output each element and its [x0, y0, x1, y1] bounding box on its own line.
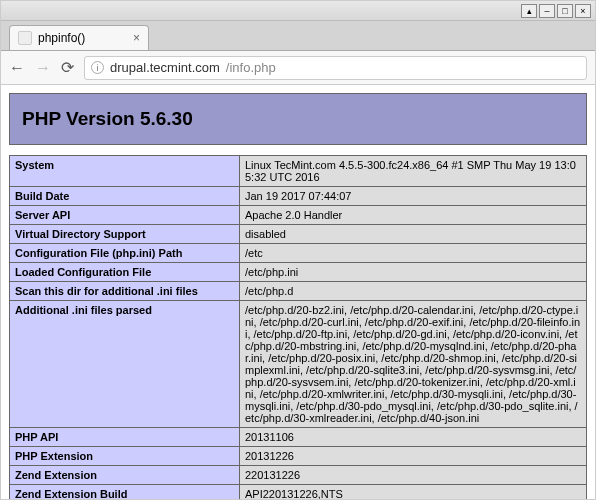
close-icon[interactable]: ×	[133, 31, 140, 45]
table-row: Zend Extension BuildAPI220131226,NTS	[10, 485, 587, 501]
url-path: /info.php	[226, 60, 276, 75]
info-value: API220131226,NTS	[240, 485, 587, 501]
table-row: Build DateJan 19 2017 07:44:07	[10, 187, 587, 206]
table-row: Zend Extension220131226	[10, 466, 587, 485]
info-key: Zend Extension	[10, 466, 240, 485]
info-value: /etc/php.d	[240, 282, 587, 301]
window-controls: ▴ – □ ×	[1, 1, 595, 21]
table-row: Server APIApache 2.0 Handler	[10, 206, 587, 225]
info-value: /etc/php.d/20-bz2.ini, /etc/php.d/20-cal…	[240, 301, 587, 428]
info-value: Jan 19 2017 07:44:07	[240, 187, 587, 206]
page-title: PHP Version 5.6.30	[22, 108, 574, 130]
info-icon[interactable]: i	[91, 61, 104, 74]
address-bar[interactable]: i drupal.tecmint.com/info.php	[84, 56, 587, 80]
back-icon[interactable]: ←	[9, 59, 25, 77]
table-row: Loaded Configuration File/etc/php.ini	[10, 263, 587, 282]
window-close-button[interactable]: ×	[575, 4, 591, 18]
info-key: Virtual Directory Support	[10, 225, 240, 244]
info-value: 20131106	[240, 428, 587, 447]
info-value: /etc	[240, 244, 587, 263]
info-key: Configuration File (php.ini) Path	[10, 244, 240, 263]
tab-bar: phpinfo() ×	[1, 21, 595, 51]
info-key: PHP API	[10, 428, 240, 447]
info-key: System	[10, 156, 240, 187]
info-key: PHP Extension	[10, 447, 240, 466]
table-row: PHP Extension20131226	[10, 447, 587, 466]
table-row: Virtual Directory Supportdisabled	[10, 225, 587, 244]
url-domain: drupal.tecmint.com	[110, 60, 220, 75]
info-key: Loaded Configuration File	[10, 263, 240, 282]
table-row: Configuration File (php.ini) Path/etc	[10, 244, 587, 263]
php-version-header: PHP Version 5.6.30	[9, 93, 587, 145]
page-content: PHP Version 5.6.30 SystemLinux TecMint.c…	[1, 85, 595, 500]
info-value: /etc/php.ini	[240, 263, 587, 282]
info-key: Server API	[10, 206, 240, 225]
info-key: Additional .ini files parsed	[10, 301, 240, 428]
table-row: Additional .ini files parsed/etc/php.d/2…	[10, 301, 587, 428]
info-key: Build Date	[10, 187, 240, 206]
info-value: 20131226	[240, 447, 587, 466]
table-row: PHP API20131106	[10, 428, 587, 447]
phpinfo-table: SystemLinux TecMint.com 4.5.5-300.fc24.x…	[9, 155, 587, 500]
info-value: Apache 2.0 Handler	[240, 206, 587, 225]
tab-title: phpinfo()	[38, 31, 85, 45]
table-row: SystemLinux TecMint.com 4.5.5-300.fc24.x…	[10, 156, 587, 187]
info-key: Scan this dir for additional .ini files	[10, 282, 240, 301]
window-up-button[interactable]: ▴	[521, 4, 537, 18]
window-maximize-button[interactable]: □	[557, 4, 573, 18]
tab-favicon	[18, 31, 32, 45]
reload-icon[interactable]: ⟳	[61, 58, 74, 77]
table-row: Scan this dir for additional .ini files/…	[10, 282, 587, 301]
info-value: 220131226	[240, 466, 587, 485]
browser-tab[interactable]: phpinfo() ×	[9, 25, 149, 50]
window-minimize-button[interactable]: –	[539, 4, 555, 18]
info-value: disabled	[240, 225, 587, 244]
info-value: Linux TecMint.com 4.5.5-300.fc24.x86_64 …	[240, 156, 587, 187]
forward-icon[interactable]: →	[35, 59, 51, 77]
info-key: Zend Extension Build	[10, 485, 240, 501]
navigation-bar: ← → ⟳ i drupal.tecmint.com/info.php	[1, 51, 595, 85]
